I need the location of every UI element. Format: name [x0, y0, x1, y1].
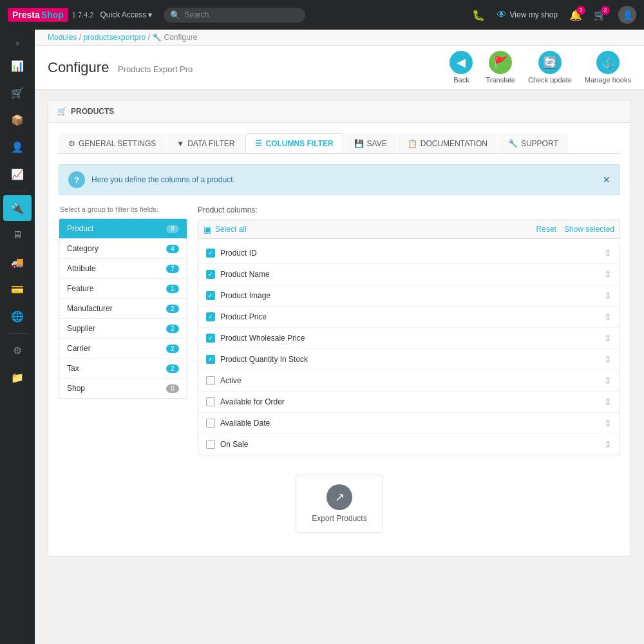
cart-panel-icon: 🛒: [57, 107, 67, 116]
tab-save[interactable]: 💾 SAVE: [345, 133, 397, 153]
advanced-icon: 📁: [11, 372, 24, 384]
view-shop-button[interactable]: 👁 View my shop: [497, 9, 558, 21]
tab-general[interactable]: ⚙ GENERAL SETTINGS: [59, 133, 166, 153]
group-item-attribute[interactable]: Attribute 7: [59, 259, 187, 279]
flag-icon: 🚩: [489, 51, 512, 74]
sidebar-item-catalog[interactable]: 📦: [3, 107, 32, 133]
group-item-manufacturer[interactable]: Manufacturer 2: [59, 299, 187, 319]
sidebar-divider-1: [8, 191, 27, 191]
quick-access-button[interactable]: Quick Access ▾: [100, 10, 152, 19]
shipping-icon: 🚚: [11, 256, 24, 269]
support-tab-icon: 🔧: [508, 139, 518, 148]
orders-badge: 2: [601, 6, 610, 15]
info-box: ? Here you define the columns of a produ…: [59, 164, 620, 195]
columns-filter-panel: Product columns: ▣ Select all Reset Show…: [198, 205, 620, 455]
page-subtitle: Products Export Pro: [118, 64, 193, 74]
tabs-container: ⚙ GENERAL SETTINGS ▼ DATA FILTER ☰ COLUM…: [59, 133, 620, 154]
group-item-shop[interactable]: Shop 0: [59, 379, 187, 398]
back-button[interactable]: ◀ Back: [450, 51, 473, 84]
sidebar-divider-2: [8, 333, 27, 334]
col-checkbox-quantity[interactable]: ✓: [206, 355, 215, 364]
modules-icon: 🔌: [11, 202, 24, 214]
sidebar-item-international[interactable]: 🌐: [3, 303, 32, 329]
panel-header: 🛒 PRODUCTS: [48, 100, 630, 123]
notifications-button[interactable]: 🔔 3: [569, 9, 582, 21]
drag-handle-quantity[interactable]: ⇕: [604, 354, 612, 365]
col-checkbox-available-date[interactable]: [206, 419, 215, 428]
col-checkbox-product-image[interactable]: ✓: [206, 291, 215, 300]
products-panel: 🛒 PRODUCTS ⚙ GENERAL SETTINGS ▼ DATA FIL…: [48, 100, 631, 556]
sidebar-item-settings[interactable]: ⚙: [3, 337, 32, 363]
drag-handle-active[interactable]: ⇕: [604, 375, 612, 386]
col-item-on-sale: On Sale ⇕: [198, 434, 620, 455]
drag-handle-on-sale[interactable]: ⇕: [604, 439, 612, 450]
search-input[interactable]: [184, 10, 287, 19]
page-title: Configure Products Export Pro: [48, 59, 193, 76]
drag-handle-product-price[interactable]: ⇕: [604, 312, 612, 322]
sidebar-item-analytics[interactable]: 📈: [3, 161, 32, 187]
top-nav-right: 🐛 👁 View my shop 🔔 3 🛒 2 👤: [472, 6, 636, 24]
col-checkbox-available-order[interactable]: [206, 397, 215, 406]
group-item-supplier[interactable]: Supplier 2: [59, 319, 187, 339]
export-products-button[interactable]: ↗ Export Products: [296, 475, 383, 533]
back-icon: ◀: [450, 51, 473, 74]
drag-handle-product-name[interactable]: ⇕: [604, 269, 612, 279]
minus-icon: ▣: [204, 224, 212, 234]
reset-button[interactable]: Reset: [536, 225, 556, 234]
show-selected-button[interactable]: Show selected: [564, 225, 614, 234]
drag-handle-product-image[interactable]: ⇕: [604, 290, 612, 301]
sidebar-item-modules[interactable]: 🔌: [3, 195, 32, 221]
toolbar-left: Configure Products Export Pro: [48, 59, 193, 76]
breadcrumb: Modules / productsexportpro / 🔧 Configur…: [35, 30, 644, 46]
select-all-button[interactable]: ▣ Select all: [204, 224, 247, 234]
col-checkbox-product-price[interactable]: ✓: [206, 312, 215, 321]
drag-handle-product-id[interactable]: ⇕: [604, 248, 612, 258]
drag-handle-wholesale-price[interactable]: ⇕: [604, 333, 612, 343]
group-item-feature[interactable]: Feature 1: [59, 279, 187, 299]
breadcrumb-modules[interactable]: Modules: [48, 33, 77, 42]
group-item-carrier[interactable]: Carrier 2: [59, 339, 187, 359]
col-checkbox-active[interactable]: [206, 376, 215, 385]
breadcrumb-productsexportpro[interactable]: productsexportpro: [83, 33, 146, 42]
col-item-available-order: Available for Order ⇕: [198, 392, 620, 413]
drag-handle-available-date[interactable]: ⇕: [604, 418, 612, 428]
group-item-product[interactable]: Product 8: [59, 219, 187, 239]
sidebar-item-orders[interactable]: 🛒: [3, 80, 32, 106]
content-area: 🛒 PRODUCTS ⚙ GENERAL SETTINGS ▼ DATA FIL…: [35, 90, 644, 567]
bug-icon: 🐛: [472, 9, 485, 21]
person-icon: 👤: [622, 10, 633, 20]
check-update-button[interactable]: 🔄 Check update: [528, 51, 572, 84]
col-checkbox-product-id[interactable]: ✓: [206, 249, 215, 258]
close-info-button[interactable]: ✕: [603, 175, 611, 185]
debug-icon-btn[interactable]: 🐛: [472, 9, 485, 21]
tab-support[interactable]: 🔧 SUPPORT: [498, 133, 568, 153]
sidebar-item-advanced[interactable]: 📁: [3, 365, 32, 390]
manage-hooks-button[interactable]: ⚓ Manage hooks: [585, 51, 631, 84]
user-avatar[interactable]: 👤: [618, 6, 636, 24]
save-tab-icon: 💾: [354, 139, 364, 148]
sidebar-expand-btn[interactable]: »: [12, 35, 24, 52]
translate-button[interactable]: 🚩 Translate: [486, 51, 515, 84]
sidebar-item-display[interactable]: 🖥: [3, 222, 32, 248]
sidebar-item-payment[interactable]: 💳: [3, 276, 32, 302]
sidebar-item-dashboard[interactable]: 📊: [3, 53, 32, 79]
refresh-icon: 🔄: [538, 51, 562, 74]
tab-documentation[interactable]: 📋 DOCUMENTATION: [398, 133, 497, 153]
col-item-active: Active ⇕: [198, 370, 620, 392]
drag-handle-available-order[interactable]: ⇕: [604, 397, 612, 407]
group-item-category[interactable]: Category 4: [59, 239, 187, 259]
breadcrumb-configure: 🔧 Configure: [152, 33, 197, 42]
col-checkbox-product-name[interactable]: ✓: [206, 270, 215, 279]
sidebar-item-shipping[interactable]: 🚚: [3, 249, 32, 275]
orders-notification-button[interactable]: 🛒 2: [594, 9, 607, 21]
tab-columns-filter[interactable]: ☰ COLUMNS FILTER: [245, 133, 343, 153]
col-checkbox-on-sale[interactable]: [206, 440, 215, 449]
columns-list: ✓ Product ID ⇕ ✓ Product Name: [198, 243, 620, 455]
main-layout: » 📊 🛒 📦 👤 📈 🔌 🖥 🚚 💳 🌐: [0, 30, 644, 644]
col-checkbox-wholesale-price[interactable]: ✓: [206, 334, 215, 343]
settings-icon: ⚙: [13, 345, 22, 357]
col-item-product-name: ✓ Product Name ⇕: [198, 264, 620, 285]
group-item-tax[interactable]: Tax 2: [59, 359, 187, 379]
tab-data-filter[interactable]: ▼ DATA FILTER: [167, 133, 244, 153]
sidebar-item-customers[interactable]: 👤: [3, 134, 32, 160]
